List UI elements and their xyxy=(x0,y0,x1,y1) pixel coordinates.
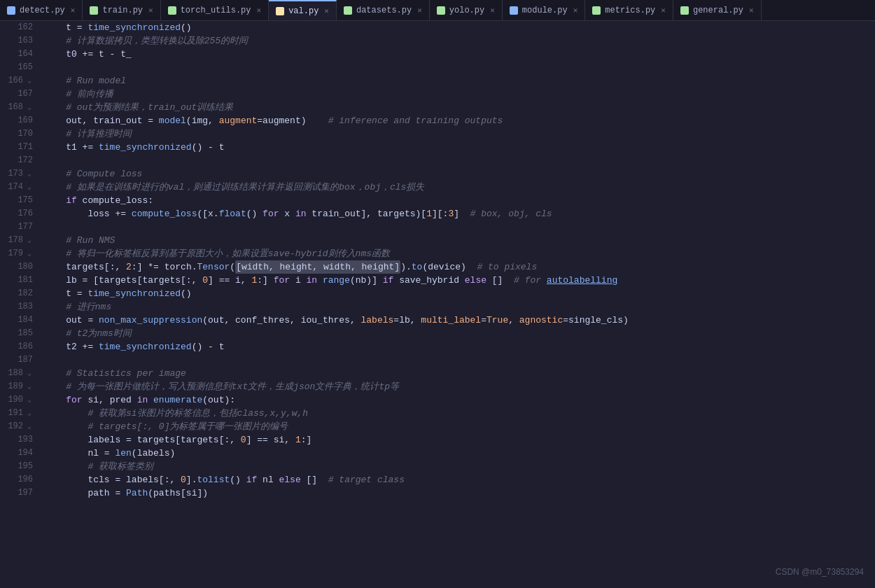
code-line-172 xyxy=(44,154,875,167)
tab-label-metrics: metrics.py xyxy=(605,6,655,15)
tab-label-torch-utils: torch_utils.py xyxy=(181,6,251,15)
line-171: 171 xyxy=(18,141,33,154)
code-line-193: labels = targets[targets[:, 0] == si, 1:… xyxy=(44,433,875,447)
tab-module[interactable]: module.py ✕ xyxy=(503,0,585,20)
tab-metrics[interactable]: metrics.py ✕ xyxy=(585,0,673,20)
code-line-189: # 为每一张图片做统计，写入预测信息到txt文件，生成json文件字典，统计tp… xyxy=(44,380,875,393)
tab-train[interactable]: train.py ✕ xyxy=(83,0,160,20)
tab-icon-module xyxy=(510,6,518,15)
fold-191[interactable]: ⌄ xyxy=(26,410,33,417)
code-line-174: # 如果是在训练时进行的val，则通过训练结果计算并返回测试集的box，obj，… xyxy=(44,181,875,194)
line-165: 165 xyxy=(18,61,33,74)
tab-icon-val xyxy=(276,7,284,15)
line-185: 185 xyxy=(18,327,33,340)
tab-icon-yolo xyxy=(437,6,445,15)
fold-179[interactable]: ⌄ xyxy=(26,251,33,258)
code-line-175: if compute_loss: xyxy=(44,194,875,207)
tab-icon-metrics xyxy=(592,6,601,15)
code-line-181: lb = [targets[targets[:, 0] == i, 1:] fo… xyxy=(44,274,875,287)
tab-label-general: general.py xyxy=(693,6,743,15)
line-164: 164 xyxy=(18,48,33,61)
line-194: 194 xyxy=(18,447,33,460)
tab-yolo[interactable]: yolo.py ✕ xyxy=(430,0,503,20)
fold-192[interactable]: ⌄ xyxy=(26,424,33,430)
fold-190[interactable]: ⌄ xyxy=(26,397,33,404)
code-line-194: nl = len(labels) xyxy=(44,447,875,460)
code-line-191: # 获取第si张图片的标签信息，包括class,x,y,w,h xyxy=(44,407,875,420)
line-190: 190 xyxy=(8,393,23,407)
tab-label-detect: detect.py xyxy=(20,6,65,15)
tab-torch-utils[interactable]: torch_utils.py ✕ xyxy=(161,0,269,20)
fold-174[interactable]: ⌄ xyxy=(26,184,33,191)
fold-166[interactable]: ⌄ xyxy=(26,78,33,85)
code-line-162: t = time_synchronized() xyxy=(44,21,875,34)
code-line-177 xyxy=(44,220,875,234)
code-line-173: # Compute loss xyxy=(44,167,875,181)
code-line-166: # Run model xyxy=(44,74,875,88)
line-195: 195 xyxy=(18,460,33,473)
tab-close-datasets[interactable]: ✕ xyxy=(417,6,422,15)
line-167: 167 xyxy=(18,88,33,101)
tab-icon-train xyxy=(90,6,98,15)
code-line-170: # 计算推理时间 xyxy=(44,127,875,141)
code-line-188: # Statistics per image xyxy=(44,367,875,380)
line-178: 178 xyxy=(8,234,23,247)
line-191: 191 xyxy=(8,407,23,420)
watermark: CSDN @m0_73853294 xyxy=(776,567,864,577)
code-line-178: # Run NMS xyxy=(44,234,875,247)
tab-close-yolo[interactable]: ✕ xyxy=(490,6,495,15)
fold-173[interactable]: ⌄ xyxy=(26,171,33,178)
fold-189[interactable]: ⌄ xyxy=(26,384,33,391)
line-188: 188 xyxy=(8,367,23,380)
code-line-196: tcls = labels[:, 0].tolist() if nl else … xyxy=(44,473,875,486)
line-175: 175 xyxy=(18,194,33,207)
code-line-180: targets[:, 2:] *= torch.Tensor([width, h… xyxy=(44,260,875,274)
code-line-176: loss += compute_loss([x.float() for x in… xyxy=(44,207,875,220)
code-line-165 xyxy=(44,61,875,74)
code-line-195: # 获取标签类别 xyxy=(44,460,875,473)
line-187: 187 xyxy=(18,354,33,367)
line-173: 173 xyxy=(8,167,23,181)
code-line-168: # out为预测结果，train_out训练结果 xyxy=(44,101,875,114)
fold-168[interactable]: ⌄ xyxy=(26,104,33,111)
tab-val[interactable]: val.py ✕ xyxy=(269,0,337,20)
code-line-186: t2 += time_synchronized() - t xyxy=(44,340,875,354)
line-193: 193 xyxy=(18,433,33,447)
fold-188[interactable]: ⌄ xyxy=(26,370,33,377)
tab-general[interactable]: general.py ✕ xyxy=(673,0,762,20)
code-line-163: # 计算数据拷贝，类型转换以及除255的时间 xyxy=(44,34,875,48)
code-line-182: t = time_synchronized() xyxy=(44,287,875,300)
code-editor[interactable]: t = time_synchronized() # 计算数据拷贝，类型转换以及除… xyxy=(38,21,875,588)
line-197: 197 xyxy=(18,486,33,500)
tab-detect[interactable]: detect.py ✕ xyxy=(0,0,83,20)
line-169: 169 xyxy=(18,114,33,127)
line-166: 166 xyxy=(8,74,23,88)
code-line-197: path = Path(paths[si]) xyxy=(44,486,875,500)
line-179: 179 xyxy=(8,247,23,260)
code-line-167: # 前向传播 xyxy=(44,88,875,101)
fold-178[interactable]: ⌄ xyxy=(26,237,33,244)
tab-close-detect[interactable]: ✕ xyxy=(71,6,76,15)
tab-datasets[interactable]: datasets.py ✕ xyxy=(337,0,430,20)
line-168: 168 xyxy=(8,101,23,114)
tab-close-metrics[interactable]: ✕ xyxy=(661,6,666,15)
tab-label-val: val.py xyxy=(288,6,318,16)
code-line-190: for si, pred in enumerate(out): xyxy=(44,393,875,407)
line-189: 189 xyxy=(8,380,23,393)
tab-icon-detect xyxy=(7,6,15,15)
tab-close-torch-utils[interactable]: ✕ xyxy=(257,6,262,15)
code-line-185: # t2为nms时间 xyxy=(44,327,875,340)
tab-close-module[interactable]: ✕ xyxy=(573,6,578,15)
editor-area: 162 163 164 165 166⌄ 167 168⌄ 169 170 17… xyxy=(0,21,875,588)
tab-close-val[interactable]: ✕ xyxy=(324,6,329,15)
tab-close-general[interactable]: ✕ xyxy=(749,6,754,15)
code-line-192: # targets[:, 0]为标签属于哪一张图片的编号 xyxy=(44,420,875,433)
tab-label-module: module.py xyxy=(522,6,568,15)
line-176: 176 xyxy=(18,207,33,220)
line-180: 180 xyxy=(18,260,33,274)
line-196: 196 xyxy=(18,473,33,486)
tab-close-train[interactable]: ✕ xyxy=(148,6,153,15)
line-181: 181 xyxy=(18,274,33,287)
line-162: 162 xyxy=(18,21,33,34)
line-174: 174 xyxy=(8,181,23,194)
